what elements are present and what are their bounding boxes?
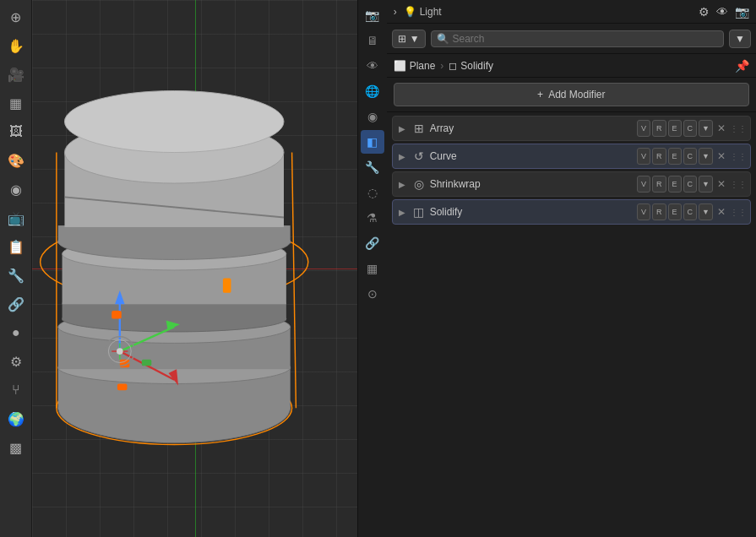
prop-render[interactable]: 📷 — [361, 3, 384, 27]
shrinkwrap-vertex-btn[interactable]: V — [637, 176, 650, 193]
modifier-row-shrinkwrap: ▶ ◎ Shrinkwrap V R E C ▼ ✕ ⋮⋮ — [392, 171, 751, 197]
solidify-expand-btn[interactable]: ▶ — [396, 208, 408, 217]
curve-expand-btn[interactable]: ▶ — [396, 152, 408, 161]
svg-rect-26 — [223, 279, 231, 293]
svg-rect-27 — [112, 311, 122, 319]
prop-particle[interactable]: ◌ — [361, 181, 384, 204]
shrinkwrap-dropdown-btn[interactable]: ▼ — [699, 176, 713, 193]
search-wrap: 🔍 — [431, 30, 725, 47]
tool-camera[interactable]: 🎥 — [3, 61, 30, 88]
array-actions: V R E C ▼ ✕ ⋮⋮ — [637, 120, 747, 137]
solidify-camera-btn[interactable]: C — [683, 203, 698, 220]
search-input[interactable] — [453, 33, 719, 45]
breadcrumb-solidify[interactable]: ◻ Solidify — [449, 60, 493, 72]
curve-edit-btn[interactable]: E — [668, 148, 682, 165]
scene-svg — [32, 0, 357, 537]
curve-close-btn[interactable]: ✕ — [715, 150, 728, 162]
tool-clip[interactable]: 📋 — [3, 233, 30, 260]
panel-dropdown-button[interactable]: ⊞ ▼ — [392, 30, 426, 48]
plane-label: Plane — [410, 60, 436, 72]
tool-paint[interactable]: 🎨 — [3, 147, 30, 174]
tool-checker[interactable]: ▩ — [3, 434, 30, 461]
add-modifier-row: + Add Modifier — [387, 78, 756, 112]
shrinkwrap-render-btn[interactable]: R — [652, 176, 666, 193]
prop-world[interactable]: ◉ — [361, 105, 384, 128]
breadcrumb: ⬜ Plane › ◻ Solidify 📌 — [387, 54, 756, 78]
curve-grip[interactable]: ⋮⋮ — [730, 152, 747, 161]
tool-image[interactable]: 🖼 — [3, 118, 30, 145]
tool-fork[interactable]: ⑂ — [3, 377, 30, 404]
svg-point-18 — [65, 90, 285, 152]
prop-physics[interactable]: ⚗ — [361, 206, 384, 230]
array-dropdown-btn[interactable]: ▼ — [699, 120, 713, 137]
array-edit-btn[interactable]: E — [668, 120, 682, 137]
shrinkwrap-close-btn[interactable]: ✕ — [715, 178, 728, 190]
solidify-vertex-btn[interactable]: V — [637, 203, 650, 220]
solidify-edit-btn[interactable]: E — [668, 203, 682, 220]
breadcrumb-separator: › — [440, 60, 443, 72]
panel-icon: ⊞ — [398, 33, 406, 45]
plane-icon: ⬜ — [394, 60, 406, 72]
svg-line-4 — [292, 153, 296, 409]
prop-object[interactable]: ◧ — [361, 130, 384, 154]
properties-panel: › 💡 Light ⚙ 👁 📷 ⊞ ▼ 🔍 ▼ ⬜ Plane › ◻ Soli… — [387, 0, 756, 537]
array-camera-btn[interactable]: C — [683, 120, 698, 137]
curve-actions: V R E C ▼ ✕ ⋮⋮ — [637, 148, 747, 165]
shrinkwrap-icon: ◎ — [411, 177, 427, 191]
prop-material[interactable]: ⊙ — [361, 282, 384, 306]
prop-scene[interactable]: 🌐 — [361, 79, 384, 103]
add-modifier-button[interactable]: + Add Modifier — [394, 83, 749, 106]
light-label: Light — [420, 6, 442, 18]
tool-node[interactable]: ◉ — [3, 176, 30, 203]
breadcrumb-plane[interactable]: ⬜ Plane — [394, 60, 436, 72]
curve-vertex-btn[interactable]: V — [637, 148, 650, 165]
viewport-3d[interactable] — [32, 0, 357, 537]
dropdown-arrow: ▼ — [410, 33, 420, 45]
shrinkwrap-camera-btn[interactable]: C — [683, 176, 698, 193]
svg-rect-11 — [63, 302, 286, 320]
camera-icon[interactable]: 📷 — [735, 5, 749, 19]
tool-sequence[interactable]: 📺 — [3, 204, 30, 231]
shrinkwrap-expand-btn[interactable]: ▶ — [396, 180, 408, 189]
tool-wrench[interactable]: 🔧 — [3, 262, 30, 289]
prop-constraint[interactable]: 🔗 — [361, 231, 384, 255]
pin-button[interactable]: 📌 — [735, 59, 749, 73]
solidify-mod-name: Solidify — [430, 206, 634, 218]
tool-gear[interactable]: ⚙ — [3, 348, 30, 375]
solidify-render-btn[interactable]: R — [652, 203, 666, 220]
svg-point-35 — [117, 348, 123, 355]
solidify-actions: V R E C ▼ ✕ ⋮⋮ — [637, 203, 747, 220]
tool-grid[interactable]: ▦ — [3, 90, 30, 117]
tool-link[interactable]: 🔗 — [3, 290, 30, 317]
shrinkwrap-name: Shrinkwrap — [430, 178, 634, 190]
array-vertex-btn[interactable]: V — [637, 120, 650, 137]
tool-move[interactable]: ✋ — [3, 32, 30, 59]
solidify-grip[interactable]: ⋮⋮ — [730, 208, 747, 217]
prop-modifier[interactable]: 🔧 — [361, 155, 384, 179]
prop-data[interactable]: ▦ — [361, 257, 384, 280]
prop-view[interactable]: 👁 — [361, 54, 384, 78]
top-bar: › 💡 Light ⚙ 👁 📷 — [387, 0, 756, 24]
array-render-btn[interactable]: R — [652, 120, 666, 137]
settings-icon[interactable]: ⚙ — [699, 5, 710, 19]
chevron-right-icon[interactable]: › — [394, 6, 397, 18]
solidify-dropdown-btn[interactable]: ▼ — [699, 203, 713, 220]
array-grip[interactable]: ⋮⋮ — [730, 124, 747, 133]
eye-icon[interactable]: 👁 — [716, 5, 728, 19]
array-expand-btn[interactable]: ▶ — [396, 124, 408, 133]
curve-dropdown-btn[interactable]: ▼ — [699, 148, 713, 165]
prop-output[interactable]: 🖥 — [361, 29, 384, 52]
tool-globe[interactable]: 🌍 — [3, 405, 30, 432]
array-close-btn[interactable]: ✕ — [715, 122, 728, 134]
tool-add[interactable]: ⊕ — [3, 3, 30, 30]
shrinkwrap-grip[interactable]: ⋮⋮ — [730, 180, 747, 189]
tool-dot[interactable]: ● — [3, 319, 30, 346]
expand-button[interactable]: ▼ — [729, 30, 751, 48]
light-icon: 💡 — [404, 6, 416, 18]
light-item[interactable]: 💡 Light — [404, 6, 442, 18]
shrinkwrap-edit-btn[interactable]: E — [668, 176, 682, 193]
curve-render-btn[interactable]: R — [652, 148, 666, 165]
curve-camera-btn[interactable]: C — [683, 148, 698, 165]
shrinkwrap-actions: V R E C ▼ ✕ ⋮⋮ — [637, 176, 747, 193]
solidify-close-btn[interactable]: ✕ — [715, 206, 728, 218]
